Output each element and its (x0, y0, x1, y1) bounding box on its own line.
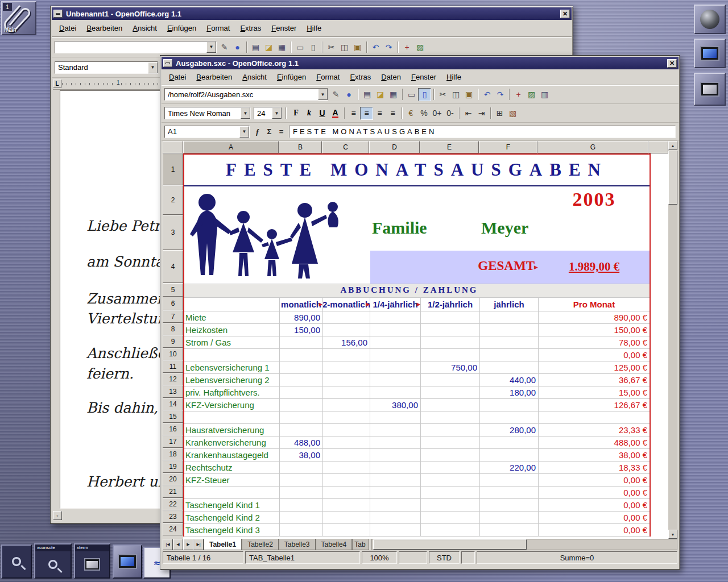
row-header-10[interactable]: 10 (163, 348, 183, 360)
align-left-icon[interactable]: ≡ (347, 107, 360, 120)
cell[interactable] (323, 311, 370, 324)
cell[interactable]: Lebensversicherung 2 (184, 374, 280, 386)
cell[interactable] (323, 436, 370, 449)
cell[interactable] (480, 399, 539, 411)
cell[interactable]: 750,00 (421, 361, 480, 374)
section-row[interactable]: ABBUCHUNG / ZAHLUNG (184, 284, 650, 298)
cell[interactable]: 126,67 € (539, 399, 650, 411)
taskbar-item-xterm[interactable]: xterm (74, 543, 110, 579)
menu-item-extras[interactable]: Extras (235, 22, 266, 35)
cell[interactable] (480, 349, 539, 361)
cell[interactable]: Rechtschutz (184, 462, 280, 474)
calc-titlebar[interactable]: Ausgaben.sxc - OpenOffice.org 1.1 ✕ (162, 57, 679, 69)
cell[interactable] (421, 324, 480, 336)
cell[interactable] (280, 499, 323, 512)
cell[interactable] (480, 336, 539, 349)
cell[interactable] (421, 336, 480, 349)
cell[interactable] (323, 361, 370, 374)
cell[interactable]: Miete (184, 311, 280, 324)
cell[interactable] (480, 499, 539, 512)
cell[interactable] (480, 487, 539, 499)
cell[interactable] (323, 399, 370, 411)
cell[interactable]: 36,67 € (539, 374, 650, 386)
cell[interactable]: Strom / Gas (184, 336, 280, 349)
cell[interactable] (421, 449, 480, 462)
sheet-tab-tabelle4[interactable]: Tabelle4 (316, 539, 353, 550)
formula-icon[interactable]: = (275, 126, 287, 138)
cell[interactable] (370, 336, 421, 349)
cell[interactable] (280, 399, 323, 411)
cell[interactable] (421, 311, 480, 324)
cell[interactable] (421, 436, 480, 449)
cell[interactable] (421, 512, 480, 524)
menu-item-einfgen[interactable]: Einfügen (162, 22, 201, 35)
cell[interactable] (323, 499, 370, 512)
row-header-15[interactable]: 15 (163, 410, 183, 423)
cell[interactable] (370, 512, 421, 524)
cell[interactable] (323, 424, 370, 436)
menu-item-einfgen[interactable]: Einfügen (272, 70, 311, 84)
desktop-shortcut-editor[interactable] (694, 73, 726, 106)
underline-icon[interactable]: U (316, 107, 329, 120)
writer-url-input[interactable] (55, 41, 206, 53)
save-document-icon[interactable]: ▦ (387, 88, 400, 101)
row-header-18[interactable]: 18 (163, 448, 183, 460)
chevron-down-icon[interactable]: ▼ (272, 107, 282, 119)
column-title-2monatlich[interactable]: 2-monatlich▶ (323, 298, 370, 311)
page-preview-icon[interactable]: ▯ (418, 88, 431, 101)
cell[interactable]: 150,00 (280, 324, 323, 336)
cell[interactable] (421, 424, 480, 436)
navigator-icon[interactable]: + (512, 88, 525, 101)
cell[interactable]: Krankenhaustagegeld (184, 449, 280, 462)
redo-icon[interactable]: ↷ (382, 40, 395, 53)
row-header-1[interactable]: 1 (163, 153, 183, 185)
cell[interactable] (280, 411, 323, 424)
row-header-8[interactable]: 8 (163, 323, 183, 335)
column-header-f[interactable]: F (479, 141, 537, 153)
cell[interactable]: Taschengeld Kind 1 (184, 499, 280, 512)
status-mode[interactable]: STD (429, 551, 460, 564)
cut-icon[interactable]: ✂ (436, 88, 449, 101)
row-header-11[interactable]: 11 (163, 360, 183, 373)
cell[interactable]: 0,00 € (539, 487, 650, 499)
cell[interactable] (421, 474, 480, 487)
align-right-icon[interactable]: ≡ (373, 107, 386, 120)
cell[interactable] (280, 386, 323, 399)
cell[interactable]: 125,00 € (539, 361, 650, 374)
cell[interactable] (480, 324, 539, 336)
cell[interactable]: 488,00 (280, 436, 323, 449)
font-color-icon[interactable]: A (329, 107, 342, 120)
sum-icon[interactable]: Σ (263, 126, 275, 138)
window-menu-icon[interactable] (163, 59, 172, 67)
copy-icon[interactable]: ◫ (338, 40, 351, 53)
cell[interactable] (421, 524, 480, 537)
cell[interactable] (280, 474, 323, 487)
new-document-icon[interactable]: ▤ (249, 40, 262, 53)
taskbar-item-display[interactable] (113, 544, 142, 579)
sheet-tab-tabelle3[interactable]: Tabelle3 (279, 539, 316, 550)
sheet-tab-tabelle2[interactable]: Tabelle2 (242, 539, 279, 550)
column-title-12jhrlich[interactable]: 1/2-jährlich (421, 298, 480, 311)
row-header-5[interactable]: 5 (163, 283, 183, 297)
cell[interactable]: 18,33 € (539, 462, 650, 474)
save-document-icon[interactable]: ▦ (275, 40, 288, 53)
cell[interactable]: 0,00 € (539, 512, 650, 524)
row-header-12[interactable]: 12 (163, 373, 183, 385)
cell[interactable] (480, 524, 539, 537)
row-header-7[interactable]: 7 (163, 310, 183, 323)
paragraph-style-combo[interactable]: Standard ▼ (55, 61, 158, 74)
row-header-20[interactable]: 20 (163, 473, 183, 485)
cell[interactable] (421, 399, 480, 411)
cell[interactable] (480, 512, 539, 524)
column-header-a[interactable]: A (183, 141, 279, 153)
column-title-jhrlich[interactable]: jährlich (480, 298, 539, 311)
cell[interactable]: Hausratversicherung (184, 424, 280, 436)
cell[interactable] (280, 512, 323, 524)
status-zoom[interactable]: 100% (362, 551, 397, 564)
title-row[interactable]: FESTE MONATSAUSGABEN (184, 155, 650, 186)
cell[interactable] (280, 336, 323, 349)
cell[interactable] (370, 487, 421, 499)
writer-titlebar[interactable]: Unbenannt1 - OpenOffice.org 1.1 ✕ (52, 7, 572, 20)
cell[interactable]: 156,00 (323, 336, 370, 349)
cell[interactable] (184, 411, 280, 424)
